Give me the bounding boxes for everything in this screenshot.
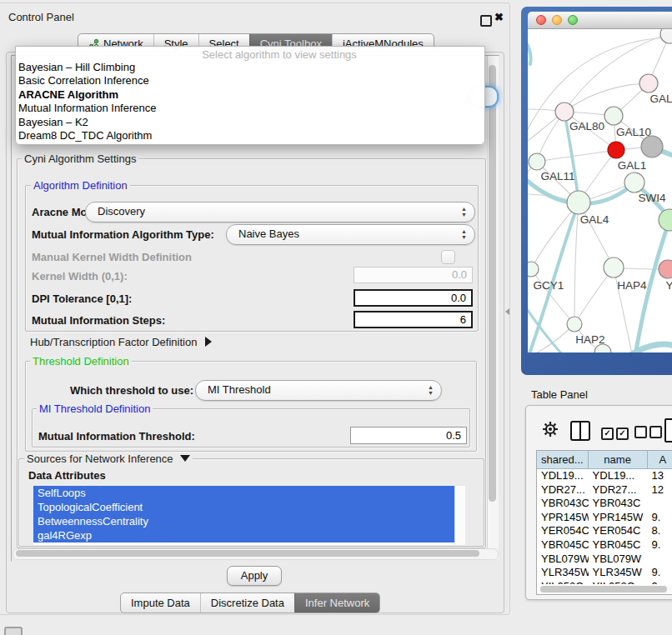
- table-cell: YER054C: [589, 524, 648, 538]
- mi-algorithm-type-combo[interactable]: Naive Bayes ▲▼: [226, 224, 475, 245]
- vertical-scrollbar-thumb[interactable]: [489, 65, 496, 502]
- attribute-item-betweennesscentrality[interactable]: BetweennessCentrality: [33, 514, 454, 528]
- table-cell: 9.: [648, 580, 672, 584]
- network-node-gcy1[interactable]: [528, 262, 539, 277]
- dropdown-item-basic-correlation-inference[interactable]: Basic Correlation Inference: [18, 74, 483, 88]
- table-scrollbar-thumb[interactable]: [540, 586, 667, 592]
- network-node[interactable]: [641, 136, 663, 158]
- node-label-hap4: HAP4: [617, 279, 647, 292]
- application-root: Control Panel ✖ NetworkStyleSelectCyni T…: [0, 0, 672, 635]
- hub-definition-expander[interactable]: Hub/Transcription Factor Definition: [30, 336, 212, 348]
- bottom-tab-discretize-data[interactable]: Discretize Data: [200, 593, 294, 612]
- dropdown-placeholder: Select algorithm to view settings: [16, 48, 484, 61]
- column-selector-icon[interactable]: [570, 421, 590, 441]
- dropdown-item-mutual-information-inference[interactable]: Mutual Information Inference: [18, 102, 483, 115]
- deselect-all-checkboxes-icon[interactable]: [634, 426, 664, 441]
- kernel-width-field[interactable]: 0.0: [354, 267, 473, 283]
- table-row[interactable]: YBR043CYBR043C: [537, 497, 672, 511]
- table-row[interactable]: YBL079WYBL079W: [537, 552, 672, 567]
- status-bar-icon[interactable]: [4, 627, 23, 635]
- column-header-shared[interactable]: shared...: [537, 451, 589, 468]
- network-node-hap4[interactable]: [604, 258, 624, 278]
- network-view-window[interactable]: GALGAL80GAL10GAL1GAL11SWI4GAL4GCY1HAP4YH…: [521, 7, 672, 375]
- network-node-y[interactable]: [659, 260, 672, 278]
- close-panel-icon[interactable]: ✖: [494, 11, 504, 23]
- window-minimize-icon[interactable]: [552, 15, 562, 25]
- aracne-mode-combo[interactable]: Discovery ▲▼: [85, 202, 475, 222]
- network-node-gal11[interactable]: [529, 153, 545, 170]
- table-cell: YIL052C: [537, 580, 589, 584]
- node-label-gal80: GAL80: [569, 120, 604, 132]
- network-node-gal80[interactable]: [555, 102, 574, 121]
- dropdown-item-list: Bayesian – Hill ClimbingBasic Correlatio…: [18, 61, 483, 142]
- which-threshold-value: MI Threshold: [208, 383, 271, 396]
- table-body: YDL19...YDL19...13YDR27...YDR27...12YBR0…: [537, 469, 672, 584]
- network-node-gal[interactable]: [639, 74, 658, 92]
- dpi-tolerance-field[interactable]: 0.0: [354, 289, 473, 307]
- dpi-tolerance-label: DPI Tolerance [0,1]:: [32, 292, 132, 305]
- sources-expander[interactable]: Sources for Network Inference: [24, 452, 193, 465]
- dropdown-item-bayesian-hill-climbing[interactable]: Bayesian – Hill Climbing: [18, 61, 483, 74]
- table-row[interactable]: YLR345WYLR345W9.: [537, 566, 672, 580]
- table-row[interactable]: YIL052CYIL052C9.: [537, 580, 672, 584]
- network-node-labels: GALGAL80GAL10GAL1GAL11SWI4GAL4GCY1HAP4YH…: [534, 92, 672, 346]
- window-close-icon[interactable]: [536, 15, 546, 25]
- table-row[interactable]: YBR045CYBR045C9.: [537, 538, 672, 552]
- network-node[interactable]: [659, 209, 672, 231]
- attribute-item-gal4rgexp[interactable]: gal4RGexp: [33, 528, 454, 542]
- mi-threshold-field[interactable]: 0.5: [350, 427, 467, 444]
- table-cell: YBR045C: [589, 538, 648, 552]
- manual-kernel-width-checkbox[interactable]: [441, 250, 455, 264]
- which-threshold-label: Which threshold to use:: [70, 384, 193, 397]
- table-row[interactable]: YPR145WYPR145W9.: [537, 511, 672, 525]
- data-attributes-list[interactable]: SelfLoopsTopologicalCoefficientBetweenne…: [33, 486, 464, 545]
- table-cell: [648, 497, 672, 511]
- network-node-swi4[interactable]: [624, 172, 644, 192]
- column-header-name[interactable]: name: [589, 451, 648, 468]
- dropdown-item-dream8-dc-tdc-algorithm[interactable]: Dream8 DC_TDC Algorithm: [18, 129, 483, 142]
- dropdown-item-bayesian-k2[interactable]: Bayesian – K2: [18, 116, 483, 129]
- apply-button[interactable]: Apply: [227, 566, 282, 586]
- bottom-tab-bar: Impute DataDiscretize DataInfer Network: [120, 592, 380, 613]
- network-node-gal10[interactable]: [604, 107, 623, 125]
- horizontal-scrollbar[interactable]: [13, 548, 499, 560]
- column-header-a[interactable]: A: [648, 451, 672, 468]
- table-cell: [648, 552, 672, 567]
- network-canvas[interactable]: GALGAL80GAL10GAL1GAL11SWI4GAL4GCY1HAP4YH…: [528, 29, 672, 352]
- attributes-list-scrollbar[interactable]: [454, 486, 465, 545]
- dropdown-item-aracne-algorithm[interactable]: ARACNE Algorithm: [18, 88, 483, 102]
- which-threshold-combo[interactable]: MI Threshold ▲▼: [195, 380, 442, 401]
- network-node[interactable]: [660, 29, 672, 43]
- table-header-row: shared...nameA: [537, 451, 672, 469]
- expander-arrow-icon: [205, 337, 212, 347]
- table-cell: YBL079W: [537, 552, 589, 567]
- attribute-item-topologicalcoefficient[interactable]: TopologicalCoefficient: [33, 500, 454, 514]
- table-cell: YBL079W: [589, 552, 648, 567]
- table-row[interactable]: YER054CYER054C8.: [537, 524, 672, 538]
- settings-gear-icon[interactable]: [542, 421, 559, 440]
- select-all-checkboxes-icon[interactable]: ✓✓: [601, 426, 631, 440]
- table-cell: 8.: [648, 524, 672, 538]
- document-icon[interactable]: [664, 418, 672, 442]
- network-node-hap2[interactable]: [567, 317, 582, 332]
- attribute-item-selfloops[interactable]: SelfLoops: [33, 486, 454, 500]
- node-label-gal1: GAL1: [618, 159, 647, 172]
- network-window-titlebar[interactable]: [528, 12, 672, 29]
- node-label-y: Y: [665, 279, 672, 292]
- panel-splitter-handle[interactable]: [505, 308, 509, 315]
- bottom-tab-impute-data[interactable]: Impute Data: [121, 593, 200, 612]
- table-row[interactable]: YDR27...YDR27...12: [537, 483, 672, 498]
- network-node-gal1[interactable]: [608, 142, 624, 158]
- float-window-icon[interactable]: [480, 15, 492, 27]
- table-panel-title: Table Panel: [531, 388, 588, 401]
- manual-kernel-width-label: Manual Kernel Width Definition: [32, 251, 192, 263]
- table-row[interactable]: YDL19...YDL19...13: [537, 469, 672, 483]
- control-panel-title: Control Panel: [8, 11, 74, 23]
- table-horizontal-scrollbar[interactable]: [539, 585, 672, 593]
- mi-steps-field[interactable]: 6: [354, 311, 473, 328]
- window-zoom-icon[interactable]: [568, 15, 578, 25]
- network-node-gal4[interactable]: [567, 191, 590, 214]
- bottom-tab-infer-network[interactable]: Infer Network: [294, 593, 379, 612]
- horizontal-scrollbar-thumb[interactable]: [16, 550, 479, 557]
- table-cell: 12: [648, 483, 672, 498]
